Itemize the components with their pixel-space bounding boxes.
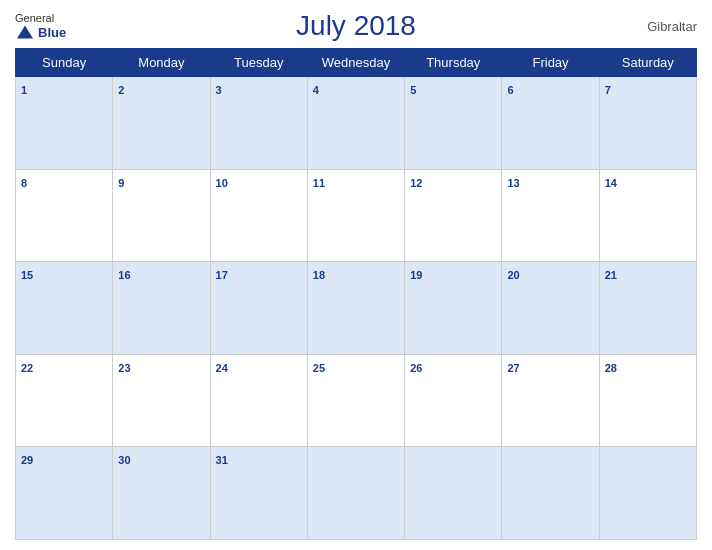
- calendar-cell: 8: [16, 169, 113, 262]
- calendar-cell: 19: [405, 262, 502, 355]
- date-number: 24: [216, 362, 228, 374]
- date-number: 14: [605, 177, 617, 189]
- logo-blue: Blue: [38, 25, 66, 40]
- date-number: 29: [21, 454, 33, 466]
- calendar-week-row: 22232425262728: [16, 354, 697, 447]
- weekday-header-row: SundayMondayTuesdayWednesdayThursdayFrid…: [16, 49, 697, 77]
- date-number: 18: [313, 269, 325, 281]
- calendar-cell: 26: [405, 354, 502, 447]
- calendar-cell: 7: [599, 77, 696, 170]
- calendar-cell: 18: [307, 262, 404, 355]
- calendar-cell: 11: [307, 169, 404, 262]
- location-label: Gibraltar: [617, 19, 697, 34]
- calendar-cell: 17: [210, 262, 307, 355]
- date-number: 27: [507, 362, 519, 374]
- date-number: 26: [410, 362, 422, 374]
- calendar-cell: 30: [113, 447, 210, 540]
- calendar-week-row: 293031: [16, 447, 697, 540]
- calendar-cell: 1: [16, 77, 113, 170]
- date-number: 7: [605, 84, 611, 96]
- weekday-header-tuesday: Tuesday: [210, 49, 307, 77]
- calendar-cell: 23: [113, 354, 210, 447]
- date-number: 16: [118, 269, 130, 281]
- logo-bird-icon: [15, 24, 35, 40]
- date-number: 15: [21, 269, 33, 281]
- weekday-header-monday: Monday: [113, 49, 210, 77]
- calendar-cell: 10: [210, 169, 307, 262]
- weekday-header-wednesday: Wednesday: [307, 49, 404, 77]
- calendar-cell: 12: [405, 169, 502, 262]
- calendar-cell: [307, 447, 404, 540]
- logo-general: General: [15, 12, 54, 24]
- calendar-cell: 5: [405, 77, 502, 170]
- calendar-table: SundayMondayTuesdayWednesdayThursdayFrid…: [15, 48, 697, 540]
- calendar-cell: 22: [16, 354, 113, 447]
- calendar-cell: 29: [16, 447, 113, 540]
- weekday-header-sunday: Sunday: [16, 49, 113, 77]
- date-number: 20: [507, 269, 519, 281]
- date-number: 21: [605, 269, 617, 281]
- date-number: 31: [216, 454, 228, 466]
- calendar-cell: 27: [502, 354, 599, 447]
- weekday-header-saturday: Saturday: [599, 49, 696, 77]
- date-number: 5: [410, 84, 416, 96]
- calendar-cell: 4: [307, 77, 404, 170]
- date-number: 8: [21, 177, 27, 189]
- calendar-cell: [599, 447, 696, 540]
- calendar-cell: 24: [210, 354, 307, 447]
- calendar-cell: 9: [113, 169, 210, 262]
- date-number: 6: [507, 84, 513, 96]
- calendar-week-row: 891011121314: [16, 169, 697, 262]
- calendar-cell: 14: [599, 169, 696, 262]
- calendar-week-row: 15161718192021: [16, 262, 697, 355]
- date-number: 13: [507, 177, 519, 189]
- date-number: 25: [313, 362, 325, 374]
- date-number: 3: [216, 84, 222, 96]
- logo: General Blue: [15, 12, 95, 40]
- date-number: 30: [118, 454, 130, 466]
- date-number: 4: [313, 84, 319, 96]
- date-number: 17: [216, 269, 228, 281]
- date-number: 28: [605, 362, 617, 374]
- calendar-week-row: 1234567: [16, 77, 697, 170]
- calendar-title: July 2018: [95, 10, 617, 42]
- date-number: 10: [216, 177, 228, 189]
- calendar-cell: 15: [16, 262, 113, 355]
- date-number: 9: [118, 177, 124, 189]
- calendar-cell: 31: [210, 447, 307, 540]
- calendar-header: General Blue July 2018 Gibraltar: [15, 10, 697, 42]
- calendar-cell: 13: [502, 169, 599, 262]
- calendar-cell: 2: [113, 77, 210, 170]
- svg-marker-0: [17, 26, 33, 39]
- calendar-cell: [502, 447, 599, 540]
- calendar-cell: 28: [599, 354, 696, 447]
- weekday-header-friday: Friday: [502, 49, 599, 77]
- date-number: 12: [410, 177, 422, 189]
- calendar-cell: 6: [502, 77, 599, 170]
- calendar-cell: [405, 447, 502, 540]
- date-number: 22: [21, 362, 33, 374]
- date-number: 11: [313, 177, 325, 189]
- date-number: 23: [118, 362, 130, 374]
- calendar-cell: 3: [210, 77, 307, 170]
- calendar-cell: 16: [113, 262, 210, 355]
- weekday-header-thursday: Thursday: [405, 49, 502, 77]
- date-number: 2: [118, 84, 124, 96]
- title-area: July 2018: [95, 10, 617, 42]
- calendar-cell: 25: [307, 354, 404, 447]
- date-number: 19: [410, 269, 422, 281]
- date-number: 1: [21, 84, 27, 96]
- calendar-cell: 20: [502, 262, 599, 355]
- calendar-cell: 21: [599, 262, 696, 355]
